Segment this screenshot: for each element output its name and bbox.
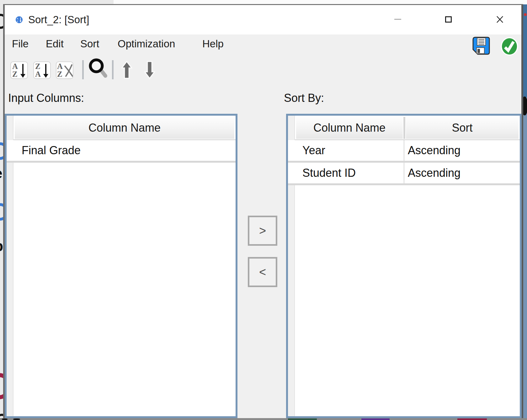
minimize-icon[interactable] — [394, 19, 401, 20]
svg-text:A: A — [57, 62, 63, 71]
menu-help[interactable]: Help — [202, 36, 224, 52]
remove-button-label: < — [259, 265, 266, 279]
background-fragment — [2, 418, 8, 420]
cell-final-grade: Final Grade — [22, 140, 81, 161]
table-row[interactable]: Year Ascending — [288, 140, 520, 161]
add-to-sort-button[interactable]: > — [248, 216, 277, 246]
background-fragment — [524, 13, 527, 16]
sort-by-table: Column Name Sort Year Ascending Student … — [286, 114, 522, 418]
cell-column-name: Year — [302, 140, 325, 161]
column-name-header: Column Name — [296, 117, 403, 139]
arrow-down-icon[interactable] — [144, 60, 155, 80]
arrow-up-icon[interactable] — [121, 60, 132, 80]
background-top-strip — [0, 0, 114, 4]
cell-divider — [403, 163, 405, 183]
cell-column-name: Student ID — [302, 163, 356, 183]
svg-text:Z: Z — [57, 70, 62, 78]
column-name-header: Column Name — [15, 117, 234, 139]
menu-optimization[interactable]: Optimization — [118, 36, 175, 52]
svg-text:Z: Z — [12, 70, 18, 78]
background-right-sliver — [523, 4, 527, 420]
toolbar-separator — [82, 60, 84, 79]
sort-by-label: Sort By: — [284, 92, 324, 105]
ok-check-icon[interactable] — [500, 37, 519, 56]
toolbar-separator — [112, 60, 114, 79]
input-columns-header: Column Name — [13, 116, 236, 140]
input-columns-table: Column Name Final Grade — [5, 114, 237, 418]
background-top-strip — [114, 0, 527, 4]
header-divider — [403, 117, 405, 139]
svg-text:Z: Z — [35, 62, 40, 71]
sort-za-descending-icon[interactable]: Z A — [33, 61, 51, 79]
close-icon[interactable] — [497, 16, 503, 23]
cell-sort-direction[interactable]: Ascending — [408, 163, 460, 183]
menu-sort[interactable]: Sort — [80, 36, 99, 52]
row-separator — [7, 161, 236, 163]
clear-sorting-icon[interactable]: A Z — [56, 61, 73, 79]
background-fragment — [523, 4, 527, 97]
maximize-icon[interactable] — [445, 16, 452, 23]
add-button-label: > — [259, 224, 266, 238]
table-row[interactable]: Student ID Ascending — [288, 163, 520, 183]
window-title: Sort_2: [Sort] — [28, 5, 89, 34]
background-fragment: e — [0, 165, 3, 182]
background-fragment — [457, 418, 487, 420]
cell-sort-direction[interactable]: Ascending — [408, 140, 460, 161]
sort-node-icon: A Z — [16, 16, 23, 23]
input-columns-label: Input Columns: — [8, 92, 84, 105]
svg-text:A: A — [12, 62, 18, 71]
sort-by-header: Column Name Sort — [295, 116, 520, 140]
row-separator — [288, 183, 520, 185]
background-fragment — [288, 418, 317, 420]
background-fragment — [13, 418, 20, 420]
background-fragment — [523, 97, 527, 115]
background-fragment — [361, 418, 390, 420]
svg-text:A: A — [35, 70, 41, 78]
background-fragment: p — [0, 238, 3, 255]
table-row[interactable]: Final Grade — [7, 140, 236, 161]
sort-az-ascending-icon[interactable]: A Z — [10, 61, 28, 79]
cell-divider — [403, 140, 405, 161]
screen: e p A Z Sort_2: [Sort] File Edit So — [0, 0, 527, 420]
svg-text:A: A — [17, 17, 19, 20]
search-icon[interactable] — [88, 58, 109, 80]
menu-file[interactable]: File — [12, 36, 29, 52]
remove-from-sort-button[interactable]: < — [248, 257, 277, 287]
save-floppy-icon[interactable] — [472, 36, 490, 55]
sort-header: Sort — [406, 117, 519, 139]
svg-text:Z: Z — [17, 20, 18, 23]
background-bottom-strip — [0, 418, 527, 420]
menu-edit[interactable]: Edit — [46, 36, 64, 52]
